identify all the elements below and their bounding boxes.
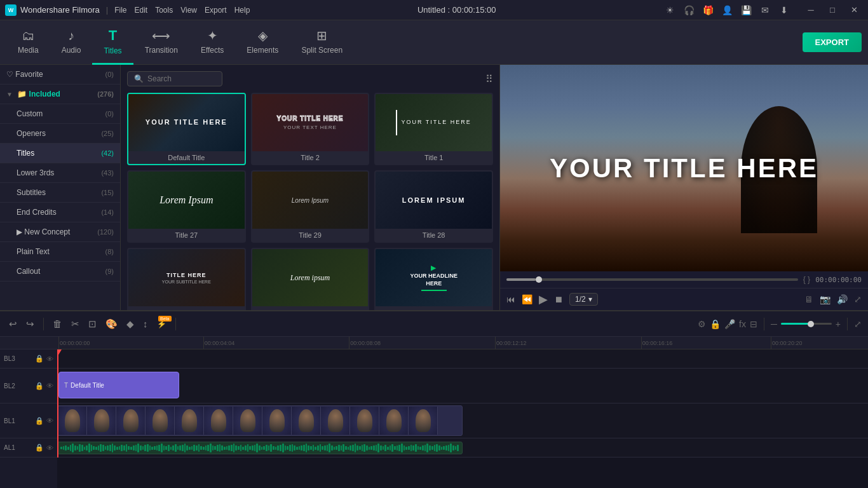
tl3-lock-icon[interactable]: 🔒 [35, 355, 44, 363]
stop-button[interactable]: ⏹ [554, 294, 563, 304]
tl3-eye-icon[interactable]: 👁 [46, 355, 53, 363]
menu-help[interactable]: Help [234, 6, 250, 15]
tl-expand-icon[interactable]: ⊟ [750, 319, 757, 329]
toolbar-transition[interactable]: ⟷ Transition [133, 20, 189, 65]
title-card-1[interactable]: YOUR TITLE HERE Title 1 [374, 93, 493, 165]
wave-bar [317, 445, 319, 451]
page-dropdown-icon: ▾ [588, 295, 592, 304]
tl-settings-icon[interactable]: ⚙ [698, 319, 706, 329]
title-card-29[interactable]: Lorem Ipsum Title 29 [251, 170, 370, 243]
title-card-default[interactable]: YOUR TITLE HERE Default Title [127, 93, 246, 165]
sidebar-custom-label: Custom [17, 109, 43, 118]
title-card-28[interactable]: LOREM IPSUM Title 28 [374, 170, 493, 243]
toolbar-titles[interactable]: T Titles [92, 20, 133, 65]
color-button[interactable]: 🎨 [103, 317, 120, 331]
wave-bar [377, 444, 379, 452]
tl-fx-icon[interactable]: fx [739, 319, 746, 329]
download-icon[interactable]: ⬇ [778, 4, 790, 17]
trim-button[interactable]: ↕ [140, 317, 151, 330]
title-card-c[interactable]: ▶ YOUR HEADLINEHERE [374, 248, 493, 310]
tl2-lock-icon[interactable]: 🔒 [35, 382, 44, 390]
zoom-in-icon[interactable]: + [836, 319, 841, 329]
sidebar-item-lower3rds[interactable]: Lower 3rds (43) [0, 163, 120, 183]
title-card-27[interactable]: Lorem Ipsum Title 27 [127, 170, 246, 243]
export-button[interactable]: EXPORT [803, 32, 862, 52]
window-buttons: ─ □ ✕ [802, 1, 863, 19]
cut-button[interactable]: ✂ [69, 317, 82, 331]
page-selector[interactable]: 1/2 ▾ [569, 293, 598, 306]
menu-view[interactable]: View [180, 6, 197, 15]
headset-icon[interactable]: 🎧 [682, 4, 695, 17]
tl-lock-icon[interactable]: 🔒 [710, 319, 721, 329]
title-card-2[interactable]: YOUR TITLE HEREYOUR TEXT HERE Title 2 [251, 93, 370, 165]
search-box[interactable]: 🔍 [127, 71, 222, 86]
fullscreen-icon[interactable]: ⤢ [854, 294, 862, 304]
al1-eye-icon[interactable]: 👁 [46, 444, 53, 452]
step-back-button[interactable]: ⏮ [506, 294, 515, 304]
clip-video[interactable]: slowmcheetle [57, 405, 463, 436]
volume-icon[interactable]: 🔊 [837, 294, 848, 304]
track-row-al1 [57, 438, 868, 458]
title-card-b[interactable]: Lorem ipsum [251, 248, 370, 310]
sidebar-callout-label: Callout [17, 267, 40, 276]
toolbar-elements[interactable]: ◈ Elements [235, 20, 290, 65]
fullscreen-timeline-icon[interactable]: ⤢ [854, 319, 862, 329]
keyframe-button[interactable]: ◆ [124, 317, 137, 331]
film-frame-12 [379, 407, 409, 435]
progress-container[interactable] [506, 278, 798, 281]
play-button[interactable]: ▶ [539, 292, 548, 306]
delete-button[interactable]: 🗑 [50, 317, 65, 330]
sidebar-item-custom[interactable]: Custom (0) [0, 104, 120, 124]
clip-default-title[interactable]: T Default Title [58, 372, 179, 398]
menu-file[interactable]: File [114, 6, 126, 15]
zoom-out-icon[interactable]: ─ [771, 319, 777, 329]
minimize-button[interactable]: ─ [802, 1, 820, 19]
toolbar-titles-label: Titles [104, 46, 121, 55]
al1-lock-icon[interactable]: 🔒 [35, 444, 44, 452]
redo-button[interactable]: ↪ [24, 317, 37, 331]
wave-bar [67, 447, 69, 450]
preview-playback-controls: ⏮ ⏪ ▶ ⏹ 1/2 ▾ 🖥 📷 🔊 ⤢ [500, 288, 868, 310]
camera-icon[interactable]: 📷 [820, 294, 831, 304]
ai-button[interactable]: ⚡Beta [154, 318, 169, 330]
undo-button[interactable]: ↩ [6, 317, 20, 331]
grid-toggle-icon[interactable]: ⠿ [485, 73, 493, 85]
maximize-button[interactable]: □ [824, 1, 841, 19]
search-input[interactable] [147, 74, 215, 83]
tl1-lock-icon[interactable]: 🔒 [35, 417, 44, 425]
audio-clip[interactable] [57, 442, 463, 454]
zoom-slider[interactable] [781, 323, 832, 325]
close-button[interactable]: ✕ [845, 1, 863, 19]
toolbar-effects[interactable]: ✦ Effects [189, 20, 235, 65]
sidebar-item-openers[interactable]: Openers (25) [0, 124, 120, 144]
gift-icon[interactable]: 🎁 [702, 4, 714, 17]
toolbar-audio[interactable]: ♪ Audio [50, 20, 93, 65]
sidebar-item-titles[interactable]: Titles (42) [0, 144, 120, 163]
menu-tools[interactable]: Tools [155, 6, 173, 15]
tl1-eye-icon[interactable]: 👁 [46, 417, 53, 424]
wave-bar [270, 444, 272, 452]
clip-text-icon: T [64, 382, 68, 389]
toolbar-media[interactable]: 🗂 Media [6, 20, 50, 65]
sidebar-item-plain-text[interactable]: Plain Text (8) [0, 242, 120, 262]
frame-back-button[interactable]: ⏪ [522, 294, 532, 304]
sidebar-item-new-concept[interactable]: ▶ New Concept (120) [0, 222, 120, 242]
crop-button[interactable]: ⊡ [86, 317, 99, 331]
title-card-a[interactable]: TITLE HERE YOUR SUBTITLE HERE [127, 248, 246, 310]
tl-mic-icon[interactable]: 🎤 [724, 319, 735, 329]
save-icon[interactable]: 💾 [740, 4, 752, 17]
sidebar-item-callout[interactable]: Callout (9) [0, 262, 120, 281]
monitor-icon[interactable]: 🖥 [804, 294, 813, 304]
sidebar-item-favorite[interactable]: ♡ Favorite (0) [0, 65, 120, 85]
menu-export[interactable]: Export [205, 6, 227, 15]
toolbar-split-screen[interactable]: ⊞ Split Screen [290, 20, 354, 65]
menu-edit[interactable]: Edit [135, 6, 148, 15]
tl2-eye-icon[interactable]: 👁 [46, 382, 53, 390]
sidebar-openers-label: Openers [17, 129, 46, 138]
user-icon[interactable]: 👤 [721, 4, 733, 17]
sidebar-item-subtitles[interactable]: Subtitles (15) [0, 183, 120, 203]
mail-icon[interactable]: ✉ [759, 4, 771, 17]
sun-icon[interactable]: ☀ [663, 4, 676, 17]
sidebar-item-included[interactable]: ▼ 📁 Included (276) [0, 85, 120, 104]
sidebar-item-end-credits[interactable]: End Credits (14) [0, 203, 120, 222]
